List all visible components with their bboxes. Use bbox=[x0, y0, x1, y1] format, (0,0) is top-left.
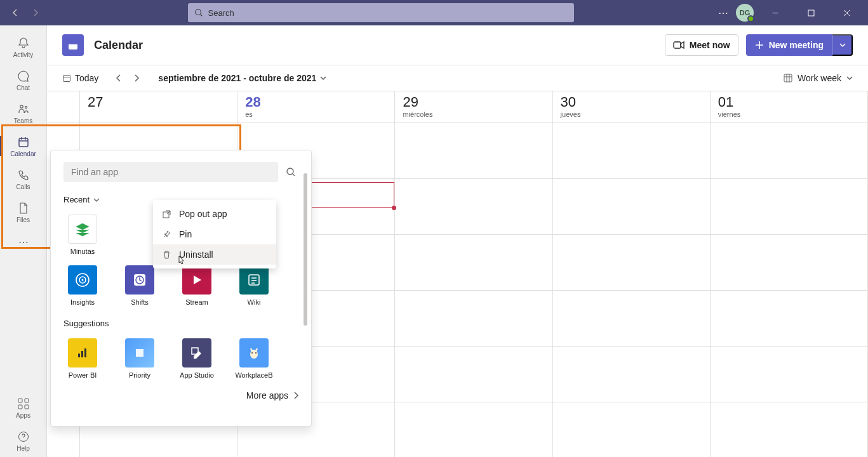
svg-rect-23 bbox=[81, 351, 83, 357]
svg-rect-6 bbox=[25, 399, 29, 402]
day-header[interactable]: 01viernes bbox=[711, 91, 868, 123]
chevron-right-icon bbox=[293, 392, 298, 399]
rail-calendar[interactable]: Calendar bbox=[0, 129, 47, 162]
next-week-button[interactable] bbox=[128, 69, 145, 87]
svg-point-2 bbox=[20, 105, 22, 107]
app-tile-appstudio[interactable]: App Studio bbox=[178, 338, 216, 379]
day-header[interactable]: 28es bbox=[237, 91, 395, 123]
teams-icon bbox=[17, 102, 30, 116]
minimize-button[interactable]: ─ bbox=[761, 0, 789, 25]
page-title: Calendar bbox=[94, 39, 143, 52]
more-button[interactable]: ⋯ bbox=[718, 7, 728, 19]
forward-button[interactable] bbox=[28, 5, 43, 20]
svg-rect-5 bbox=[18, 399, 22, 402]
svg-rect-7 bbox=[18, 405, 22, 409]
main-content: Calendar Meet now New meeting Today sept… bbox=[47, 25, 868, 457]
app-tile-shifts[interactable]: Shifts bbox=[121, 265, 159, 306]
suggestions-label: Suggestions bbox=[63, 319, 298, 328]
app-rail: Activity Chat Teams Calendar Calls Files… bbox=[0, 25, 47, 457]
clock-icon bbox=[132, 272, 147, 288]
calendar-small-icon bbox=[62, 74, 71, 83]
titlebar: Search ⋯ DG ─ bbox=[0, 0, 868, 25]
app-tile-wiki[interactable]: Wiki bbox=[235, 265, 273, 306]
help-icon bbox=[17, 430, 30, 444]
svg-point-28 bbox=[251, 352, 253, 354]
svg-rect-11 bbox=[69, 41, 77, 44]
date-range-picker[interactable]: septiembre de 2021 - octubre de 2021 bbox=[158, 73, 326, 83]
app-tile-stream[interactable]: Stream bbox=[178, 265, 216, 306]
svg-rect-24 bbox=[84, 348, 86, 357]
svg-point-15 bbox=[287, 168, 293, 175]
popout-icon bbox=[162, 209, 171, 219]
rail-chat[interactable]: Chat bbox=[0, 63, 47, 96]
day-header[interactable]: 27 bbox=[80, 91, 237, 123]
avatar[interactable]: DG bbox=[736, 4, 754, 22]
rail-help[interactable]: Help bbox=[0, 424, 47, 457]
rail-files[interactable]: Files bbox=[0, 195, 47, 228]
prev-week-button[interactable] bbox=[110, 69, 128, 87]
back-button[interactable] bbox=[8, 5, 23, 20]
close-button[interactable] bbox=[832, 0, 860, 25]
day-header[interactable]: 29miércoles bbox=[395, 91, 552, 123]
day-header[interactable]: 30jueves bbox=[553, 91, 711, 123]
rail-more[interactable]: ⋯ bbox=[17, 235, 30, 249]
rail-teams[interactable]: Teams bbox=[0, 96, 47, 129]
svg-rect-25 bbox=[136, 349, 144, 357]
wiki-icon bbox=[247, 273, 261, 287]
today-button[interactable]: Today bbox=[62, 73, 98, 83]
svg-point-0 bbox=[195, 10, 201, 15]
app-tile-minutas[interactable]: Minutas bbox=[63, 215, 102, 255]
svg-rect-1 bbox=[808, 10, 814, 16]
rail-apps[interactable]: Apps bbox=[0, 391, 47, 424]
svg-rect-22 bbox=[78, 354, 80, 357]
maximize-button[interactable] bbox=[797, 0, 825, 25]
search-icon bbox=[286, 167, 296, 177]
svg-point-3 bbox=[25, 106, 27, 108]
meet-now-button[interactable]: Meet now bbox=[665, 34, 738, 56]
page-header: Calendar Meet now New meeting bbox=[47, 25, 868, 65]
chevron-down-icon bbox=[846, 76, 853, 80]
ctx-uninstall[interactable]: Uninstall bbox=[153, 244, 276, 265]
app-tile-insights[interactable]: Insights bbox=[63, 265, 102, 306]
phone-icon bbox=[17, 168, 30, 182]
svg-rect-12 bbox=[674, 42, 681, 48]
calendar-toolbar: Today septiembre de 2021 - octubre de 20… bbox=[47, 65, 868, 91]
app-tile-workplace[interactable]: WorkplaceB bbox=[235, 338, 273, 379]
rail-calls[interactable]: Calls bbox=[0, 162, 47, 195]
new-meeting-button[interactable]: New meeting bbox=[746, 34, 832, 56]
bar-icon bbox=[76, 346, 90, 360]
ctx-pin[interactable]: Pin bbox=[153, 224, 276, 244]
more-apps-link[interactable]: More apps bbox=[63, 390, 298, 401]
target-icon bbox=[74, 272, 91, 288]
presence-indicator bbox=[747, 15, 754, 22]
svg-rect-13 bbox=[63, 76, 70, 82]
pencil-icon bbox=[190, 346, 204, 360]
search-placeholder: Search bbox=[208, 8, 234, 18]
app-tile-powerbi[interactable]: Power BI bbox=[63, 338, 102, 379]
svg-point-29 bbox=[255, 352, 257, 354]
grid-icon bbox=[784, 74, 792, 83]
stack-icon bbox=[74, 220, 91, 238]
svg-rect-8 bbox=[25, 405, 29, 409]
app-tile-priority[interactable]: Priority bbox=[121, 338, 159, 379]
view-switcher[interactable]: Work week bbox=[784, 73, 853, 83]
svg-rect-14 bbox=[784, 74, 792, 82]
scrollbar[interactable] bbox=[304, 173, 307, 326]
chevron-down-icon bbox=[839, 43, 846, 47]
video-icon bbox=[673, 41, 684, 50]
chevron-down-icon bbox=[93, 198, 100, 202]
chat-icon bbox=[17, 69, 30, 83]
plus-icon bbox=[755, 41, 764, 50]
find-app-search-button[interactable] bbox=[283, 164, 298, 180]
ctx-popout[interactable]: Pop out app bbox=[153, 204, 276, 224]
bell-icon bbox=[17, 36, 30, 50]
apps-flyout: Recent Minutas rovals Insights Shifts St… bbox=[50, 150, 312, 427]
find-app-input[interactable] bbox=[63, 162, 278, 182]
calendar-app-icon bbox=[62, 34, 84, 56]
day-header-row: 27 28es 29miércoles 30jueves 01viernes bbox=[47, 91, 868, 123]
chevron-down-icon bbox=[320, 76, 326, 80]
rail-activity[interactable]: Activity bbox=[0, 30, 47, 63]
new-meeting-dropdown[interactable] bbox=[832, 34, 853, 56]
apps-icon bbox=[17, 397, 30, 411]
search-input[interactable]: Search bbox=[188, 3, 574, 22]
